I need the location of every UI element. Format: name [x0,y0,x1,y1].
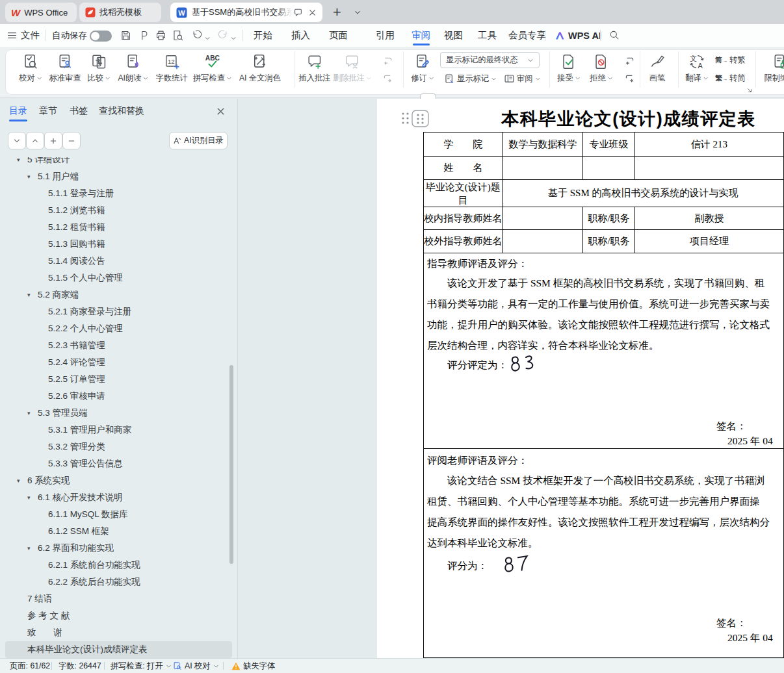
toc-item[interactable]: 5.3.2 管理分类 [0,438,237,455]
table-handle-icon[interactable] [400,110,429,129]
document-page[interactable]: 本科毕业论文(设计)成绩评定表 学 院 数学与数据科学 专业班级 信计 213 … [377,99,784,658]
word-count-button[interactable]: 12 字数统计 [155,53,187,84]
save-icon[interactable] [120,29,132,42]
search-icon[interactable] [608,29,620,41]
toc-collapse-arrow-icon[interactable]: ▾ [17,157,20,163]
toc-item[interactable]: 5.2.3 书籍管理 [0,337,237,354]
menu-tab-insert[interactable]: 插入 [291,24,310,47]
toc-item[interactable]: ▾6.2 界面和功能实现 [0,540,237,557]
zoom-out-toc-button[interactable] [62,132,81,149]
print-icon[interactable] [155,29,167,42]
to-simplified-button[interactable]: 繁→ 转简 [715,73,746,84]
sidebar-tab-chapters[interactable]: 章节 [39,105,57,117]
menu-tab-tools[interactable]: 工具 [478,24,497,47]
menu-tab-membership[interactable]: 会员专享 [508,24,546,47]
toc-item[interactable]: 5.3.1 管理用户和商家 [0,422,237,438]
toc-item[interactable]: 5.1.3 回购书籍 [0,236,237,253]
expand-all-button[interactable] [8,132,26,149]
ai-read-button[interactable]: AI朗读 [118,53,148,84]
new-tab-button[interactable]: + [333,4,341,21]
brush-button[interactable]: 画笔 [649,53,666,84]
reject-button[interactable]: 拒绝 [590,53,613,84]
autosave-toggle[interactable] [90,31,112,42]
toc-collapse-arrow-icon[interactable]: ▾ [27,410,31,416]
toc-item[interactable]: 6.2.2 系统后台功能实现 [0,574,237,590]
toc-item[interactable]: ▾5.3 管理员端 [0,405,237,422]
review-pane-button[interactable]: 审阅 [504,73,541,84]
toc-item[interactable]: 5.1.4 阅读公告 [0,253,237,270]
toc-item[interactable]: 5.1.2 租赁书籍 [0,219,237,236]
undo-chevron-icon[interactable] [204,35,211,42]
toc-item[interactable]: 5.1.5 个人中心管理 [0,270,237,286]
toc-item[interactable]: ▾5.1 用户端 [0,168,237,185]
redo-icon[interactable] [217,29,229,41]
toc-item[interactable]: 6.1.2 SSM 框架 [0,523,237,540]
close-sidebar-icon[interactable] [216,107,226,116]
insert-comment-button[interactable]: 插入批注 [298,53,330,84]
sidebar-tab-toc[interactable]: 目录 [9,105,27,117]
zoom-in-toc-button[interactable] [44,132,62,149]
tab-list-chevron-icon[interactable] [354,8,361,16]
menu-tab-home[interactable]: 开始 [254,24,272,47]
next-change-icon[interactable] [624,73,635,84]
toc-item[interactable]: ▾5 详细设计 [0,157,237,168]
print-preview-icon[interactable] [172,29,184,42]
toc-item[interactable]: 6.2.1 系统前台功能实现 [0,557,237,574]
toc-collapse-arrow-icon[interactable]: ▾ [17,477,20,484]
toc-collapse-arrow-icon[interactable]: ▾ [27,292,31,298]
toc-item[interactable]: 5.2.6 审核申请 [0,388,237,405]
toc-item[interactable]: 5.2.5 订单管理 [0,371,237,388]
tab-template-store[interactable]: 找稻壳模板 [79,3,161,22]
toc-item[interactable]: 7 结语 [0,590,237,607]
export-pdf-icon[interactable] [138,29,150,42]
toc-item[interactable]: 5.3.3 管理公告信息 [0,455,237,472]
toc-item[interactable]: ▾6 系统实现 [0,472,237,489]
toc-item[interactable]: ▾6.1 核心开发技术说明 [0,489,237,506]
wps-ai-button[interactable]: WPS AI [555,24,601,47]
restrict-edit-button[interactable]: 限制编辑 [764,53,784,84]
sidebar-scrollbar[interactable] [229,365,233,564]
menu-tab-view[interactable]: 视图 [444,24,463,47]
toc-item[interactable]: 5.2.2 个人中心管理 [0,320,237,337]
markup-state-dropdown[interactable]: 显示标记的最终状态 [440,52,540,68]
spellcheck-status[interactable]: 拼写检查: 打开 [111,659,172,673]
toc-item[interactable]: 参 考 文 献 [0,607,237,624]
delete-comment-button[interactable]: 删除批注 [333,53,372,84]
next-comment-icon[interactable] [382,73,393,84]
toc-item[interactable]: ▾5.2 商家端 [0,286,237,303]
tab-document[interactable]: W 基于SSM的高校旧书交易系统 [170,3,322,22]
comment-bubble-icon[interactable] [293,8,303,18]
missing-font-warning[interactable]: 缺失字体 [231,659,275,673]
ai-recognize-toc-button[interactable]: AI识别目录 [169,132,228,149]
accept-button[interactable]: 接受 [557,53,581,84]
toc-collapse-arrow-icon[interactable]: ▾ [27,494,31,501]
show-markup-button[interactable]: 显示标记 [444,73,497,84]
toc-item[interactable]: 6.1.1 MySQL 数据库 [0,506,237,523]
sidebar-tab-find-replace[interactable]: 查找和替换 [99,105,144,117]
menu-tab-page[interactable]: 页面 [329,24,348,47]
menu-tab-review[interactable]: 审阅 [412,24,430,47]
menu-tab-reference[interactable]: 引用 [376,24,395,47]
to-traditional-button[interactable]: 简→ 转繁 [715,55,746,66]
hamburger-menu-icon[interactable] [7,30,18,41]
toc-item[interactable]: 5.1.1 登录与注册 [0,185,237,202]
prev-comment-icon[interactable] [382,56,393,67]
sidebar-tab-bookmarks[interactable]: 书签 [70,105,88,117]
file-menu[interactable]: 文件 [21,24,40,47]
close-tab-icon[interactable] [308,8,317,17]
toc-collapse-arrow-icon[interactable]: ▾ [27,173,31,180]
toc-item[interactable]: 5.2.1 商家登录与注册 [0,303,237,320]
tab-wps-office[interactable]: W WPS Office [5,3,77,22]
proofread-button[interactable]: 校对 [19,53,42,84]
toc-item[interactable]: 5.2.4 评论管理 [0,354,237,371]
toc-item[interactable]: 本科毕业论文(设计)成绩评定表 [5,641,232,658]
translate-button[interactable]: 文A 翻译 [685,53,709,84]
prev-change-icon[interactable] [624,56,635,67]
track-changes-button[interactable]: 修订 [411,53,434,84]
ai-polish-button[interactable]: AI 全文润色 [239,53,281,84]
compare-button[interactable]: 比较 [87,53,111,84]
standard-review-button[interactable]: 标准审查 [49,53,81,84]
toc-item[interactable]: 5.1.2 浏览书籍 [0,202,237,219]
toc-collapse-arrow-icon[interactable]: ▾ [27,545,31,552]
redo-chevron-icon[interactable] [230,35,237,42]
